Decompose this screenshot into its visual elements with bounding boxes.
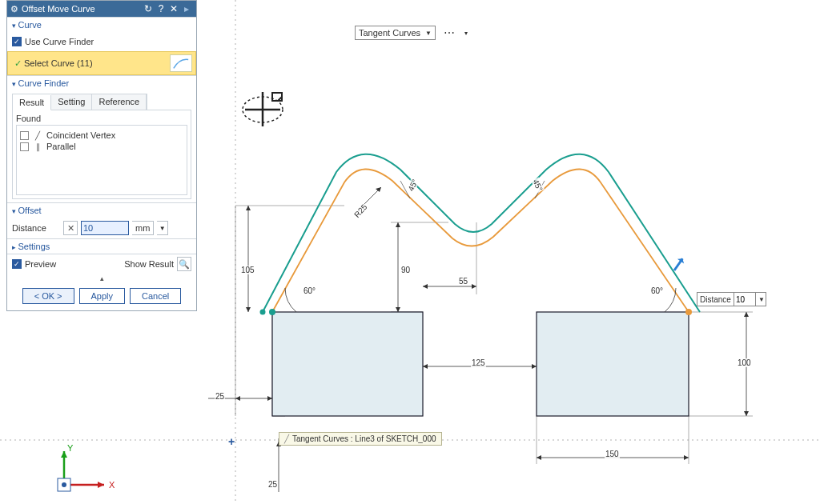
chevron-down-icon[interactable]: ▼: [756, 296, 766, 303]
select-curve-row[interactable]: ✓ Select Curve (11): [7, 51, 196, 75]
dim-25-left: 25: [215, 392, 225, 401]
dim-angle-60-right: 60°: [650, 286, 664, 295]
svg-rect-33: [272, 93, 282, 101]
origin-marker-icon: +: [228, 435, 235, 448]
curve-rule-more-caret[interactable]: ▾: [464, 30, 468, 37]
orientation-gizmo-icon[interactable]: [240, 88, 287, 131]
svg-point-25: [685, 309, 692, 315]
dim-angle-60-left: 60°: [303, 286, 316, 295]
dialog-titlebar[interactable]: ⚙ Offset Move Curve ↻ ? ✕ ▸: [7, 1, 196, 17]
close-icon[interactable]: ✕: [167, 3, 180, 14]
reverse-direction-button[interactable]: ✕: [63, 221, 78, 235]
dim-125: 125: [471, 358, 486, 367]
found-checkbox[interactable]: [20, 131, 29, 140]
apply-button[interactable]: Apply: [79, 288, 126, 304]
offset-move-curve-dialog: ⚙ Offset Move Curve ↻ ? ✕ ▸ Curve ✓ Use …: [6, 0, 197, 311]
distance-dropdown[interactable]: ▼: [157, 221, 168, 235]
distance-unit: mm: [132, 221, 154, 235]
use-curve-finder-label: Use Curve Finder: [25, 37, 94, 46]
found-item-coincident[interactable]: ╱ Coincident Vertex: [20, 130, 183, 140]
found-checkbox[interactable]: [20, 142, 29, 151]
parallel-icon: ∥: [32, 142, 43, 151]
found-label: Found: [16, 114, 187, 123]
tab-reference[interactable]: Reference: [92, 94, 147, 110]
preview-label: Preview: [25, 259, 56, 269]
curve-preview-thumb[interactable]: [170, 54, 192, 72]
dim-55: 55: [458, 277, 468, 286]
help-icon[interactable]: ?: [155, 3, 167, 14]
section-offset[interactable]: Offset: [7, 202, 196, 218]
section-curve[interactable]: Curve: [7, 17, 196, 32]
dialog-title: Offset Move Curve: [22, 4, 95, 14]
section-settings[interactable]: Settings: [7, 238, 196, 254]
distance-input[interactable]: [81, 221, 129, 235]
section-curve-finder[interactable]: Curve Finder: [7, 75, 196, 90]
collapse-caret-icon[interactable]: ▴: [7, 274, 196, 283]
curve-rule-toolbar: Tangent Curves ▼ ⋯ ▾: [355, 26, 468, 40]
svg-rect-22: [537, 312, 689, 416]
dim-100: 100: [737, 358, 752, 367]
show-result-label: Show Result: [124, 259, 174, 269]
found-item-parallel[interactable]: ∥ Parallel: [20, 142, 183, 151]
dim-105: 105: [240, 266, 255, 274]
svg-point-23: [269, 309, 275, 315]
curve-rule-dropdown[interactable]: Tangent Curves ▼: [355, 26, 436, 40]
curve-rule-value: Tangent Curves: [359, 28, 420, 38]
use-curve-finder-checkbox[interactable]: ✓: [12, 37, 22, 46]
distance-drag-input[interactable]: [734, 293, 756, 306]
ok-button[interactable]: < OK >: [22, 288, 74, 304]
distance-drag-widget[interactable]: Distance ▼: [697, 292, 766, 306]
svg-text:Y: Y: [67, 445, 74, 453]
tooltip-text: Tangent Curves : Line3 of SKETCH_000: [292, 434, 436, 443]
svg-point-39: [62, 482, 66, 487]
curve-icon: ╱: [284, 434, 289, 443]
dim-90: 90: [400, 266, 411, 274]
distance-label: Distance: [12, 223, 60, 233]
curve-rule-more-button[interactable]: ⋯: [440, 26, 460, 40]
gear-icon[interactable]: ⚙: [10, 4, 18, 14]
preview-checkbox[interactable]: ✓: [12, 259, 22, 269]
selection-tooltip: ╱ Tangent Curves : Line3 of SKETCH_000: [279, 432, 442, 446]
pin-icon[interactable]: ▸: [180, 3, 193, 14]
show-result-button[interactable]: 🔍: [177, 257, 191, 271]
coincident-vertex-icon: ╱: [32, 131, 43, 140]
svg-text:X: X: [109, 480, 115, 490]
reset-icon[interactable]: ↻: [142, 3, 155, 14]
dim-150: 150: [605, 450, 620, 458]
curve-finder-tabs: Result Setting Reference: [12, 94, 147, 110]
tab-result[interactable]: Result: [13, 95, 51, 110]
svg-rect-21: [272, 312, 423, 416]
chevron-down-icon: ▼: [420, 30, 432, 37]
dim-25-bottom: 25: [267, 480, 278, 489]
select-curve-label: Select Curve (11): [24, 58, 93, 68]
svg-point-24: [260, 310, 266, 315]
tab-setting[interactable]: Setting: [51, 94, 92, 110]
distance-drag-label: Distance: [697, 295, 734, 304]
check-icon: ✓: [11, 57, 24, 70]
cancel-button[interactable]: Cancel: [130, 288, 181, 304]
wcs-triad-icon: X Y: [48, 445, 128, 501]
